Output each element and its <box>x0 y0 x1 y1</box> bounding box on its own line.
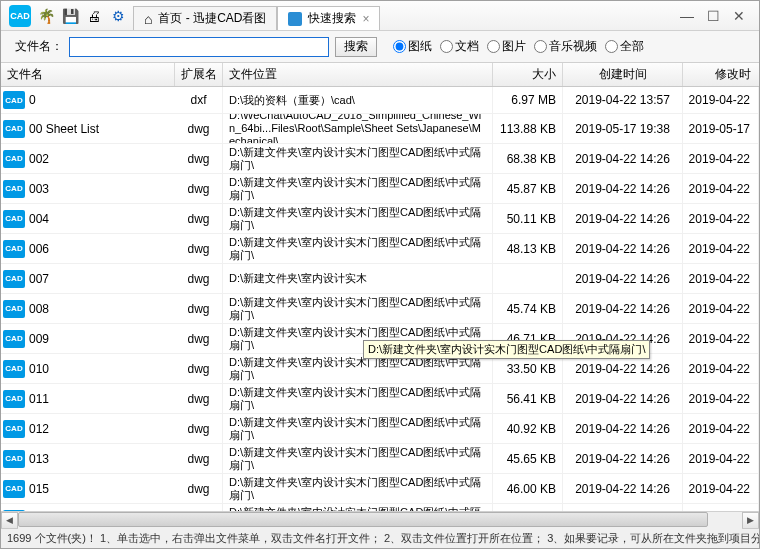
cell-name: CAD006 <box>1 234 175 263</box>
filter-radio-2[interactable]: 图片 <box>487 38 526 55</box>
col-header-loc[interactable]: 文件位置 <box>223 63 493 86</box>
cell-mtime: 2019-04-22 <box>683 504 759 511</box>
tab-home-label: 首页 - 迅捷CAD看图 <box>158 10 266 27</box>
app-window: CAD 🌴 💾 🖨 ⚙ ⌂ 首页 - 迅捷CAD看图 快速搜索 × — ☐ ✕ … <box>0 0 760 549</box>
col-header-name[interactable]: 文件名 <box>1 63 175 86</box>
cell-name: CAD004 <box>1 204 175 233</box>
table-row[interactable]: CAD013dwgD:\新建文件夹\室内设计实木门图型CAD图纸\中式隔扇门\4… <box>1 444 759 474</box>
close-button[interactable]: ✕ <box>731 8 747 24</box>
cell-size: 6.97 MB <box>493 87 563 113</box>
print-icon[interactable]: 🖨 <box>85 7 103 25</box>
cell-location: D:\新建文件夹\室内设计实木 <box>223 264 493 293</box>
search-bar: 文件名： 搜索 图纸文档图片音乐视频全部 <box>1 31 759 63</box>
cell-ctime: 2019-04-22 13:57 <box>563 87 683 113</box>
tab-search-label: 快速搜索 <box>308 10 356 27</box>
path-tooltip: D:\新建文件夹\室内设计实木门图型CAD图纸\中式隔扇门\ <box>363 340 650 359</box>
cell-location: D:\新建文件夹\室内设计实木门图型CAD图纸\中式隔扇门\ <box>223 204 493 233</box>
scroll-right-arrow[interactable]: ▶ <box>742 512 759 529</box>
cell-name: CAD002 <box>1 144 175 173</box>
cell-size: 52.72 KB <box>493 504 563 511</box>
col-header-mtime[interactable]: 修改时 <box>683 63 759 86</box>
cell-location: D:\新建文件夹\室内设计实木门图型CAD图纸\中式隔扇门\ <box>223 444 493 473</box>
cell-mtime: 2019-05-17 <box>683 114 759 143</box>
cell-name: CAD009 <box>1 324 175 353</box>
horizontal-scrollbar[interactable]: ◀ ▶ <box>1 511 759 528</box>
cell-ext: dwg <box>175 384 223 413</box>
table-row[interactable]: CAD002dwgD:\新建文件夹\室内设计实木门图型CAD图纸\中式隔扇门\6… <box>1 144 759 174</box>
cad-file-icon: CAD <box>3 210 25 228</box>
table-row[interactable]: CAD00 Sheet ListdwgD:\WeChat\AutoCAD_201… <box>1 114 759 144</box>
cad-file-icon: CAD <box>3 480 25 498</box>
table-row[interactable]: CAD016dwgD:\新建文件夹\室内设计实木门图型CAD图纸\中式隔扇门\5… <box>1 504 759 511</box>
table-row[interactable]: CAD015dwgD:\新建文件夹\室内设计实木门图型CAD图纸\中式隔扇门\4… <box>1 474 759 504</box>
gear-icon[interactable]: ⚙ <box>109 7 127 25</box>
cell-mtime: 2019-04-22 <box>683 474 759 503</box>
home-icon: ⌂ <box>144 11 152 27</box>
scroll-left-arrow[interactable]: ◀ <box>1 512 18 529</box>
cell-name: CAD0 <box>1 87 175 113</box>
tab-search[interactable]: 快速搜索 × <box>277 6 380 30</box>
cell-size: 56.41 KB <box>493 384 563 413</box>
cell-ext: dwg <box>175 474 223 503</box>
cell-ctime: 2019-04-22 14:26 <box>563 294 683 323</box>
cell-ext: dwg <box>175 414 223 443</box>
tab-close-button[interactable]: × <box>362 12 369 26</box>
cad-file-icon: CAD <box>3 330 25 348</box>
palm-icon[interactable]: 🌴 <box>37 7 55 25</box>
search-button[interactable]: 搜索 <box>335 37 377 57</box>
cell-ctime: 2019-04-22 14:26 <box>563 174 683 203</box>
search-input[interactable] <box>69 37 329 57</box>
cell-mtime: 2019-04-22 <box>683 354 759 383</box>
table-row[interactable]: CAD012dwgD:\新建文件夹\室内设计实木门图型CAD图纸\中式隔扇门\4… <box>1 414 759 444</box>
filter-radio-4[interactable]: 全部 <box>605 38 644 55</box>
filter-radio-3[interactable]: 音乐视频 <box>534 38 597 55</box>
cell-size: 48.13 KB <box>493 234 563 263</box>
table-row[interactable]: CAD007dwgD:\新建文件夹\室内设计实木2019-04-22 14:26… <box>1 264 759 294</box>
cell-location: D:\新建文件夹\室内设计实木门图型CAD图纸\中式隔扇门\ <box>223 174 493 203</box>
scroll-thumb[interactable] <box>18 512 708 527</box>
cell-size: 45.74 KB <box>493 294 563 323</box>
cell-ctime: 2019-04-22 14:26 <box>563 474 683 503</box>
save-icon[interactable]: 💾 <box>61 7 79 25</box>
table-row[interactable]: CAD006dwgD:\新建文件夹\室内设计实木门图型CAD图纸\中式隔扇门\4… <box>1 234 759 264</box>
table-row[interactable]: CAD008dwgD:\新建文件夹\室内设计实木门图型CAD图纸\中式隔扇门\4… <box>1 294 759 324</box>
cell-mtime: 2019-04-22 <box>683 87 759 113</box>
col-header-ext[interactable]: 扩展名 <box>175 63 223 86</box>
table-row[interactable]: CAD0dxfD:\我的资料（重要）\cad\6.97 MB2019-04-22… <box>1 87 759 114</box>
minimize-button[interactable]: — <box>679 8 695 24</box>
cell-size: 40.92 KB <box>493 414 563 443</box>
cell-mtime: 2019-04-22 <box>683 234 759 263</box>
cell-mtime: 2019-04-22 <box>683 414 759 443</box>
cell-name: CAD00 Sheet List <box>1 114 175 143</box>
tab-home[interactable]: ⌂ 首页 - 迅捷CAD看图 <box>133 6 277 30</box>
cell-ctime: 2019-04-22 14:26 <box>563 264 683 293</box>
filter-radios: 图纸文档图片音乐视频全部 <box>393 38 644 55</box>
cell-mtime: 2019-04-22 <box>683 324 759 353</box>
cad-file-icon: CAD <box>3 360 25 378</box>
cell-size: 46.00 KB <box>493 474 563 503</box>
cell-location: D:\新建文件夹\室内设计实木门图型CAD图纸\中式隔扇门\ <box>223 474 493 503</box>
cell-mtime: 2019-04-22 <box>683 264 759 293</box>
cell-name: CAD013 <box>1 444 175 473</box>
col-header-size[interactable]: 大小 <box>493 63 563 86</box>
filter-radio-1[interactable]: 文档 <box>440 38 479 55</box>
col-header-ctime[interactable]: 创建时间 <box>563 63 683 86</box>
cell-name: CAD008 <box>1 294 175 323</box>
maximize-button[interactable]: ☐ <box>705 8 721 24</box>
scroll-track[interactable] <box>18 512 742 529</box>
table-row[interactable]: CAD011dwgD:\新建文件夹\室内设计实木门图型CAD图纸\中式隔扇门\5… <box>1 384 759 414</box>
table-row[interactable]: CAD004dwgD:\新建文件夹\室内设计实木门图型CAD图纸\中式隔扇门\5… <box>1 204 759 234</box>
filter-radio-0[interactable]: 图纸 <box>393 38 432 55</box>
filename-label: 文件名： <box>15 38 63 55</box>
cell-ext: dxf <box>175 87 223 113</box>
table-row[interactable]: CAD003dwgD:\新建文件夹\室内设计实木门图型CAD图纸\中式隔扇门\4… <box>1 174 759 204</box>
cell-mtime: 2019-04-22 <box>683 174 759 203</box>
cell-ctime: 2019-04-22 14:26 <box>563 384 683 413</box>
cad-file-icon: CAD <box>3 390 25 408</box>
cell-ext: dwg <box>175 114 223 143</box>
cell-ext: dwg <box>175 324 223 353</box>
cell-name: CAD003 <box>1 174 175 203</box>
cell-ctime: 2019-04-22 14:26 <box>563 504 683 511</box>
cell-mtime: 2019-04-22 <box>683 294 759 323</box>
grid-body[interactable]: CAD0dxfD:\我的资料（重要）\cad\6.97 MB2019-04-22… <box>1 87 759 511</box>
